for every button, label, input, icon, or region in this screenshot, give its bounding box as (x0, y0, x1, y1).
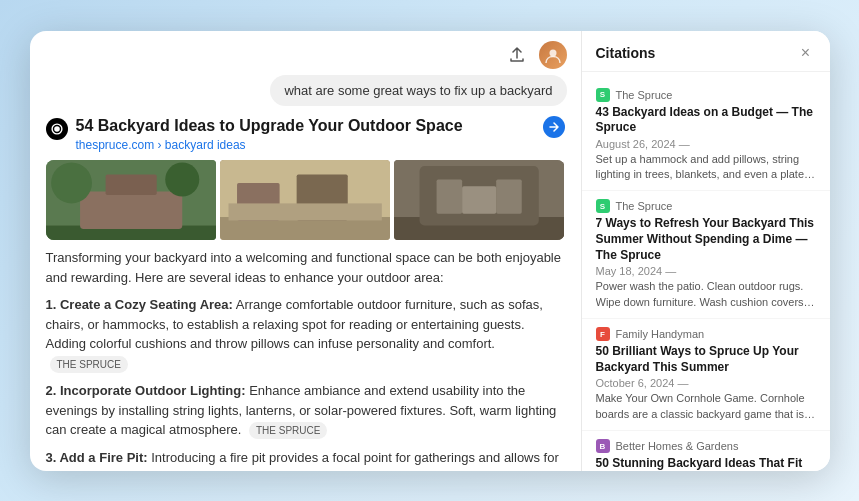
source-name-3: Family Handyman (616, 328, 705, 340)
list-item: 3. Add a Fire Pit: Introducing a fire pi… (46, 448, 565, 471)
svg-rect-4 (105, 175, 156, 195)
list-item-1-bold: 1. Create a Cozy Seating Area: (46, 297, 233, 312)
result-images (46, 160, 565, 240)
close-citations-button[interactable]: × (796, 43, 816, 63)
citation-snippet-2: Power wash the patio. Clean outdoor rugs… (596, 279, 816, 310)
backyard-image-1 (46, 160, 216, 240)
source-name-1: The Spruce (616, 89, 673, 101)
avatar[interactable] (539, 41, 567, 69)
citations-header: Citations × (582, 31, 830, 72)
citations-list: S The Spruce 43 Backyard Ideas on a Budg… (582, 72, 830, 471)
citation-item-2[interactable]: S The Spruce 7 Ways to Refresh Your Back… (582, 191, 830, 319)
result-url[interactable]: thespruce.com › backyard ideas (76, 138, 535, 152)
citation-title-3: 50 Brilliant Ways to Spruce Up Your Back… (596, 344, 816, 375)
backyard-image-2 (220, 160, 390, 240)
citation-source-3: F Family Handyman (596, 327, 816, 341)
list-item-2-bold: 2. Incorporate Outdoor Lighting: (46, 383, 246, 398)
citation-title-2: 7 Ways to Refresh Your Backyard This Sum… (596, 216, 816, 263)
svg-point-5 (51, 163, 92, 204)
citation-date-2: May 18, 2024 — (596, 265, 816, 277)
citation-title-4: 50 Stunning Backyard Ideas That Fit Ever… (596, 456, 816, 471)
citation-item-4[interactable]: B Better Homes & Gardens 50 Stunning Bac… (582, 431, 830, 471)
citation-item-1[interactable]: S The Spruce 43 Backyard Ideas on a Budg… (582, 80, 830, 192)
citation-snippet-1: Set up a hammock and add pillows, string… (596, 152, 816, 183)
svg-point-0 (549, 49, 556, 56)
svg-rect-17 (462, 187, 496, 214)
list-item-2-source: THE SPRUCE (249, 422, 327, 439)
citations-title: Citations (596, 45, 656, 61)
citation-date-3: October 6, 2024 — (596, 377, 816, 389)
citation-source-2: S The Spruce (596, 199, 816, 213)
result-title: 54 Backyard Ideas to Upgrade Your Outdoo… (76, 116, 535, 137)
svg-rect-16 (496, 180, 522, 214)
source-dot-1: S (596, 88, 610, 102)
result-header: 54 Backyard Ideas to Upgrade Your Outdoo… (46, 116, 565, 153)
svg-rect-3 (80, 192, 182, 229)
result-title-block: 54 Backyard Ideas to Upgrade Your Outdoo… (76, 116, 535, 153)
list-item-3-bold: 3. Add a Fire Pit: (46, 450, 148, 465)
citation-item-3[interactable]: F Family Handyman 50 Brilliant Ways to S… (582, 319, 830, 431)
expand-result-btn[interactable] (543, 116, 565, 138)
share-icon[interactable] (503, 41, 531, 69)
list-item-1-source: THE SPRUCE (50, 356, 128, 373)
backyard-image-3 (394, 160, 564, 240)
user-query-bubble: what are some great ways to fix up a bac… (30, 75, 581, 116)
source-dot-4: B (596, 439, 610, 453)
gpt-icon (46, 118, 68, 140)
top-bar (30, 31, 581, 75)
list-item: 2. Incorporate Outdoor Lighting: Enhance… (46, 381, 565, 440)
citation-source-1: S The Spruce (596, 88, 816, 102)
svg-rect-8 (220, 217, 390, 240)
citations-panel: Citations × S The Spruce 43 Backyard Ide… (582, 31, 830, 471)
result-list: 1. Create a Cozy Seating Area: Arrange c… (46, 295, 565, 470)
source-dot-3: F (596, 327, 610, 341)
source-name-4: Better Homes & Gardens (616, 440, 739, 452)
svg-rect-15 (437, 180, 463, 214)
svg-point-6 (165, 163, 199, 197)
source-dot-2: S (596, 199, 610, 213)
content-area: 54 Backyard Ideas to Upgrade Your Outdoo… (30, 116, 581, 471)
list-item: 1. Create a Cozy Seating Area: Arrange c… (46, 295, 565, 373)
citation-snippet-3: Make Your Own Cornhole Game. Cornhole bo… (596, 391, 816, 422)
citation-date-1: August 26, 2024 — (596, 138, 816, 150)
source-name-2: The Spruce (616, 200, 673, 212)
result-description: Transforming your backyard into a welcom… (46, 248, 565, 287)
left-panel: what are some great ways to fix up a bac… (30, 31, 582, 471)
svg-rect-11 (228, 204, 381, 221)
citation-source-4: B Better Homes & Gardens (596, 439, 816, 453)
main-window: what are some great ways to fix up a bac… (30, 31, 830, 471)
query-text: what are some great ways to fix up a bac… (270, 75, 566, 106)
citation-title-1: 43 Backyard Ideas on a Budget — The Spru… (596, 105, 816, 136)
